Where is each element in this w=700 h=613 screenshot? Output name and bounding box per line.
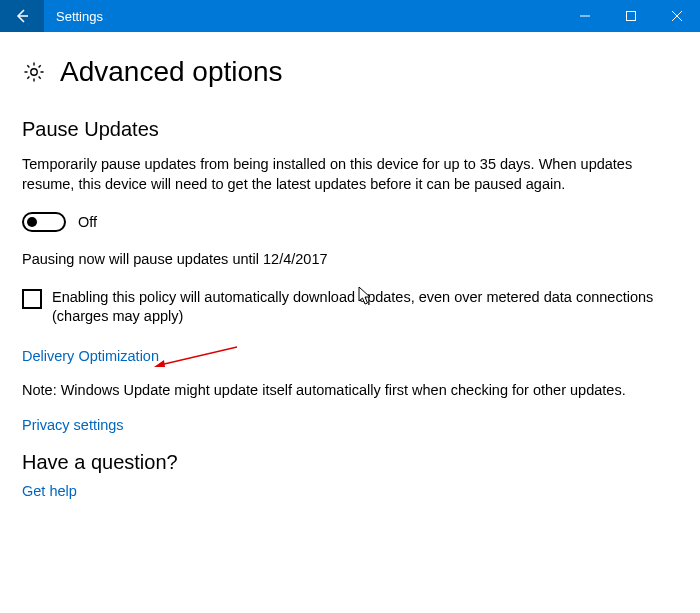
pause-updates-heading: Pause Updates	[22, 118, 678, 141]
pause-until-text: Pausing now will pause updates until 12/…	[22, 250, 678, 270]
page-header: Advanced options	[22, 56, 678, 88]
privacy-settings-link[interactable]: Privacy settings	[22, 417, 124, 433]
close-button[interactable]	[654, 0, 700, 32]
minimize-icon	[580, 11, 590, 21]
checkbox-box	[22, 289, 42, 309]
toggle-knob	[27, 217, 37, 227]
question-heading: Have a question?	[22, 451, 678, 474]
svg-point-5	[31, 69, 37, 75]
get-help-link[interactable]: Get help	[22, 483, 77, 499]
metered-checkbox[interactable]: Enabling this policy will automatically …	[22, 288, 678, 327]
toggle-track	[22, 212, 66, 232]
maximize-button[interactable]	[608, 0, 654, 32]
window-controls	[562, 0, 700, 32]
checkbox-label: Enabling this policy will automatically …	[52, 288, 678, 327]
back-button[interactable]	[0, 0, 44, 32]
back-arrow-icon	[14, 8, 30, 24]
svg-rect-2	[627, 12, 636, 21]
close-icon	[672, 11, 682, 21]
pause-toggle[interactable]: Off	[22, 212, 97, 232]
window-title: Settings	[44, 0, 562, 32]
minimize-button[interactable]	[562, 0, 608, 32]
pause-updates-description: Temporarily pause updates from being ins…	[22, 155, 678, 194]
maximize-icon	[626, 11, 636, 21]
delivery-optimization-link[interactable]: Delivery Optimization	[22, 348, 159, 364]
gear-icon	[22, 60, 46, 84]
update-note: Note: Windows Update might update itself…	[22, 382, 678, 398]
content-area: Advanced options Pause Updates Temporari…	[0, 32, 700, 500]
toggle-state-label: Off	[78, 214, 97, 230]
titlebar: Settings	[0, 0, 700, 32]
page-title: Advanced options	[60, 56, 283, 88]
